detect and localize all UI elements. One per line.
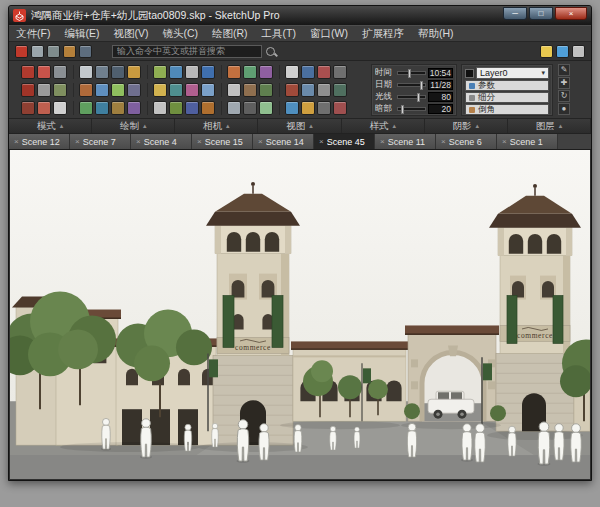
tool-icon[interactable] [243,101,257,115]
tool-icon[interactable] [201,83,215,97]
tool-icon[interactable] [285,83,299,97]
tool-icon[interactable] [21,65,35,79]
viewport-canvas[interactable]: commerce [10,150,590,479]
edit-icon[interactable]: ✎ [558,64,570,76]
shadow-slider[interactable] [397,71,426,75]
tool-icon[interactable] [111,65,125,79]
menu-item[interactable]: 绘图(R) [205,26,255,41]
menu-item[interactable]: 窗口(W) [303,26,355,41]
shadow-slider[interactable] [397,107,426,111]
tool-icon[interactable] [15,45,28,58]
tool-icon[interactable] [153,101,167,115]
close-scene-icon[interactable]: × [197,137,202,146]
tool-icon[interactable] [63,45,76,58]
scene-tab[interactable]: ×Scene 1 [497,134,558,149]
tool-icon[interactable] [127,83,141,97]
tool-icon[interactable] [317,83,331,97]
tool-icon[interactable] [259,101,273,115]
tool-icon[interactable] [333,83,347,97]
close-scene-icon[interactable]: × [75,137,80,146]
tool-icon[interactable] [317,101,331,115]
toolbar-group-tab[interactable]: 图层▴ [508,119,591,133]
tool-icon[interactable] [556,45,569,58]
tool-icon[interactable] [317,65,331,79]
tool-icon[interactable] [79,45,92,58]
tool-icon[interactable] [259,83,273,97]
tool-icon[interactable] [21,101,35,115]
toolbar-group-tab[interactable]: 绘制▴ [92,119,175,133]
tool-icon[interactable] [285,65,299,79]
slider-handle[interactable] [420,81,423,90]
tool-icon[interactable] [47,45,60,58]
tool-icon[interactable] [540,45,553,58]
layer-list-item[interactable]: 参数 [465,80,549,91]
tool-icon[interactable] [285,101,299,115]
tool-icon[interactable] [185,65,199,79]
tool-icon[interactable] [243,65,257,79]
slider-handle[interactable] [408,69,411,78]
tool-icon[interactable] [185,83,199,97]
tool-icon[interactable] [31,45,44,58]
tool-icon[interactable] [201,65,215,79]
toolbar-group-tab[interactable]: 视图▴ [258,119,341,133]
slider-handle[interactable] [401,105,404,114]
scene-tab[interactable]: ×Scene 45 [314,134,375,149]
tool-icon[interactable] [333,101,347,115]
menu-item[interactable]: 帮助(H) [411,26,461,41]
close-scene-icon[interactable]: × [380,137,385,146]
tool-icon[interactable] [185,101,199,115]
close-scene-icon[interactable]: × [441,137,446,146]
toolbar-group-tab[interactable]: 相机▴ [175,119,258,133]
tool-icon[interactable] [95,101,109,115]
tool-icon[interactable] [53,101,67,115]
tool-icon[interactable] [127,101,141,115]
menu-item[interactable]: 工具(T) [255,26,303,41]
slider-handle[interactable] [417,93,420,102]
tool-icon[interactable] [37,65,51,79]
tool-icon[interactable] [53,65,67,79]
maximize-button[interactable]: □ [529,7,553,20]
tool-icon[interactable] [169,101,183,115]
command-search-input[interactable] [112,45,262,58]
tool-icon[interactable] [79,83,93,97]
menu-item[interactable]: 视图(V) [106,26,155,41]
tool-icon[interactable] [153,83,167,97]
tool-icon[interactable] [227,101,241,115]
layer-dropdown[interactable]: Layer0 ▾ [476,67,549,79]
tool-icon[interactable] [301,83,315,97]
shadow-slider[interactable] [397,83,426,87]
tool-icon[interactable] [572,45,585,58]
refresh-icon[interactable]: ↻ [558,90,570,102]
scene-tab[interactable]: ×Scene 7 [70,134,131,149]
scene-tab[interactable]: ×Scene 15 [192,134,253,149]
menu-item[interactable]: 扩展程序 [355,26,411,41]
tool-icon[interactable] [127,65,141,79]
tool-icon[interactable] [301,101,315,115]
layer-list-item[interactable]: 倒角 [465,104,549,115]
options-icon[interactable]: ● [558,103,570,115]
toolbar-group-tab[interactable]: 阴影▴ [425,119,508,133]
layer-color-swatch[interactable] [465,69,474,78]
tool-icon[interactable] [259,65,273,79]
close-scene-icon[interactable]: × [14,137,19,146]
close-scene-icon[interactable]: × [319,137,324,146]
tool-icon[interactable] [227,65,241,79]
tool-icon[interactable] [153,65,167,79]
tool-icon[interactable] [333,65,347,79]
tool-icon[interactable] [53,83,67,97]
menu-item[interactable]: 编辑(E) [57,26,106,41]
scene-tab[interactable]: ×Scene 4 [131,134,192,149]
tool-icon[interactable] [37,83,51,97]
tool-icon[interactable] [169,83,183,97]
add-icon[interactable]: ✚ [558,77,570,89]
tool-icon[interactable] [111,101,125,115]
minimize-button[interactable]: ─ [503,7,527,20]
tool-icon[interactable] [37,101,51,115]
tool-icon[interactable] [95,83,109,97]
scene-tab[interactable]: ×Scene 11 [375,134,436,149]
tool-icon[interactable] [95,65,109,79]
tool-icon[interactable] [111,83,125,97]
menu-item[interactable]: 文件(F) [9,26,57,41]
scene-tab[interactable]: ×Scene 14 [253,134,314,149]
close-button[interactable]: × [555,7,587,20]
